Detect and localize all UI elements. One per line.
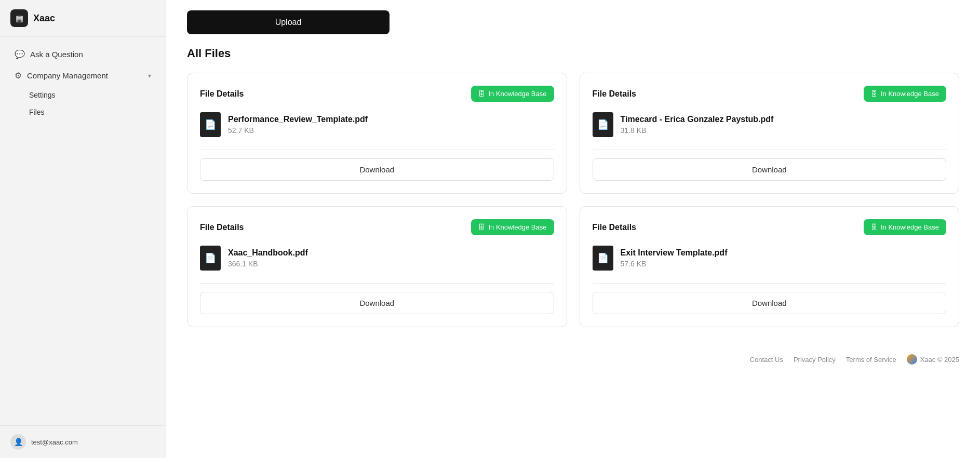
page-footer: Contact Us Privacy Policy Terms of Servi… (187, 344, 959, 365)
file-name-2: Timecard - Erica Gonzalez Paystub.pdf (621, 115, 774, 124)
ask-question-icon: 💬 (15, 49, 25, 59)
copyright-text: Xaac © 2025 (920, 356, 959, 363)
sidebar-nav: 💬 Ask a Question ⚙ Company Management ▾ … (0, 37, 166, 425)
file-card-header-2: File Details 🗄 In Knowledge Base (593, 86, 947, 102)
sidebar-item-company-label: Company Management (27, 71, 108, 80)
file-card-header-3: File Details 🗄 In Knowledge Base (200, 219, 554, 235)
footer-brand-icon (907, 354, 917, 365)
kb-icon-3: 🗄 (478, 223, 485, 231)
divider-4 (593, 283, 947, 284)
kb-icon-4: 🗄 (871, 223, 878, 231)
knowledge-base-badge-2[interactable]: 🗄 In Knowledge Base (864, 86, 946, 102)
file-size-1: 52.7 KB (228, 126, 368, 134)
kb-icon-2: 🗄 (871, 90, 878, 98)
file-info-2: 📄 Timecard - Erica Gonzalez Paystub.pdf … (593, 112, 947, 137)
file-info-3: 📄 Xaac_Handbook.pdf 366.1 KB (200, 246, 554, 271)
divider-3 (200, 283, 554, 284)
divider-2 (593, 150, 947, 150)
footer-brand: Xaac © 2025 (907, 354, 959, 365)
upload-button[interactable]: Upload (187, 10, 390, 34)
sidebar-subitem-settings[interactable]: Settings (4, 87, 162, 103)
divider-1 (200, 150, 554, 150)
download-button-1[interactable]: Download (200, 158, 554, 181)
download-button-3[interactable]: Download (200, 292, 554, 314)
user-email: test@xaac.com (31, 438, 78, 446)
file-details-label-4: File Details (593, 223, 636, 232)
file-card-2: File Details 🗄 In Knowledge Base 📄 Timec… (580, 73, 960, 194)
app-name: Xaac (33, 13, 55, 24)
privacy-policy-link[interactable]: Privacy Policy (794, 356, 836, 363)
file-card-1: File Details 🗄 In Knowledge Base 📄 Perfo… (187, 73, 567, 194)
file-card-header-4: File Details 🗄 In Knowledge Base (593, 219, 947, 235)
file-pdf-icon-2: 📄 (593, 112, 613, 137)
file-details-label-1: File Details (200, 89, 244, 99)
sidebar-subitem-files[interactable]: Files (4, 104, 162, 120)
terms-of-service-link[interactable]: Terms of Service (846, 356, 896, 363)
sidebar: ▦ Xaac 💬 Ask a Question ⚙ Company Manage… (0, 0, 166, 458)
file-card-header-1: File Details 🗄 In Knowledge Base (200, 86, 554, 102)
knowledge-base-badge-4[interactable]: 🗄 In Knowledge Base (864, 219, 946, 235)
chevron-down-icon: ▾ (148, 72, 151, 79)
file-card-4: File Details 🗄 In Knowledge Base 📄 Exit … (580, 206, 960, 327)
contact-us-link[interactable]: Contact Us (750, 356, 783, 363)
file-meta-2: Timecard - Erica Gonzalez Paystub.pdf 31… (621, 115, 774, 134)
sidebar-logo: ▦ Xaac (0, 0, 166, 37)
file-name-1: Performance_Review_Template.pdf (228, 115, 368, 124)
file-card-3: File Details 🗄 In Knowledge Base 📄 Xaac_… (187, 206, 567, 327)
app-logo-icon: ▦ (10, 9, 28, 27)
file-name-4: Exit Interview Template.pdf (621, 248, 728, 258)
all-files-title: All Files (187, 47, 959, 60)
sidebar-item-ask-a-question[interactable]: 💬 Ask a Question (4, 44, 162, 64)
sidebar-footer: 👤 test@xaac.com (0, 425, 166, 458)
download-button-2[interactable]: Download (593, 158, 947, 181)
file-meta-1: Performance_Review_Template.pdf 52.7 KB (228, 115, 368, 134)
file-meta-4: Exit Interview Template.pdf 57.6 KB (621, 248, 728, 268)
file-meta-3: Xaac_Handbook.pdf 366.1 KB (228, 248, 308, 268)
file-size-3: 366.1 KB (228, 260, 308, 268)
download-button-4[interactable]: Download (593, 292, 947, 314)
file-size-2: 31.8 KB (621, 126, 774, 134)
file-info-1: 📄 Performance_Review_Template.pdf 52.7 K… (200, 112, 554, 137)
file-pdf-icon-1: 📄 (200, 112, 221, 137)
company-management-icon: ⚙ (15, 71, 22, 80)
settings-label: Settings (29, 91, 56, 99)
file-details-label-3: File Details (200, 223, 244, 232)
file-pdf-icon-4: 📄 (593, 246, 613, 271)
user-avatar: 👤 (10, 434, 26, 450)
sidebar-item-ask-label: Ask a Question (30, 50, 83, 59)
file-info-4: 📄 Exit Interview Template.pdf 57.6 KB (593, 246, 947, 271)
files-grid: File Details 🗄 In Knowledge Base 📄 Perfo… (187, 73, 959, 327)
upload-area: Upload (187, 0, 959, 34)
sidebar-item-company-management[interactable]: ⚙ Company Management ▾ (4, 65, 162, 86)
files-label: Files (29, 108, 45, 116)
file-details-label-2: File Details (593, 89, 636, 99)
file-pdf-icon-3: 📄 (200, 246, 221, 271)
file-name-3: Xaac_Handbook.pdf (228, 248, 308, 258)
knowledge-base-badge-1[interactable]: 🗄 In Knowledge Base (471, 86, 554, 102)
file-size-4: 57.6 KB (621, 260, 728, 268)
knowledge-base-badge-3[interactable]: 🗄 In Knowledge Base (471, 219, 554, 235)
main-content: Upload All Files File Details 🗄 In Knowl… (166, 0, 980, 458)
kb-icon-1: 🗄 (478, 90, 485, 98)
